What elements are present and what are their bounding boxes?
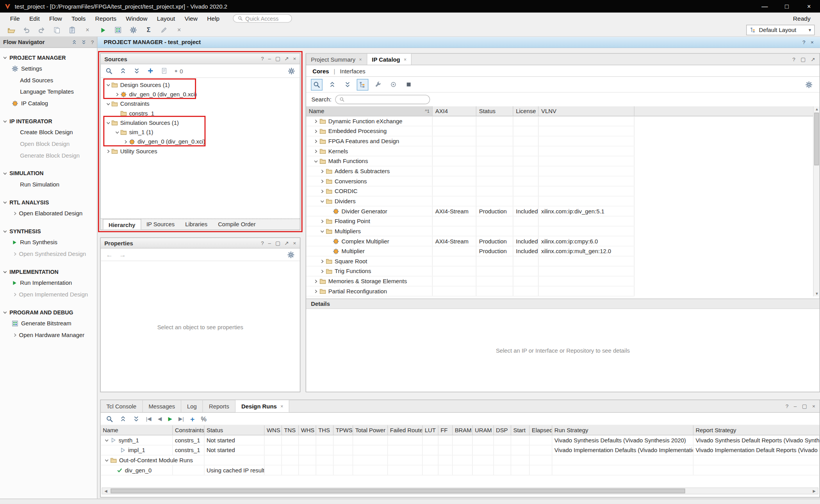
- column-header-start[interactable]: Start: [511, 425, 529, 435]
- percentage-icon[interactable]: %: [201, 415, 206, 422]
- column-header-failed-routes[interactable]: Failed Routes: [388, 425, 422, 435]
- scrollbar-track[interactable]: [110, 488, 811, 494]
- chevron-right-icon[interactable]: [320, 269, 324, 273]
- step-forward-icon[interactable]: ▶|: [178, 416, 184, 422]
- tree-item-div-gen-0[interactable]: div_gen_0 (div_gen_0.xci): [101, 89, 300, 99]
- chevron-right-icon[interactable]: [12, 211, 17, 216]
- help-icon[interactable]: ?: [802, 39, 806, 45]
- ip-category-row[interactable]: Dividers: [306, 196, 635, 206]
- edit-pencil-icon[interactable]: [159, 25, 169, 35]
- column-header-tpws[interactable]: TPWS: [333, 425, 353, 435]
- flownav-item-open-hardware-manager[interactable]: Open Hardware Manager: [0, 329, 97, 341]
- ip-category-row[interactable]: Kernels: [306, 146, 635, 156]
- menu-edit[interactable]: Edit: [25, 15, 45, 21]
- ip-category-row[interactable]: Conversions: [306, 176, 635, 186]
- vertical-scrollbar[interactable]: ▲ ▼: [813, 106, 819, 296]
- help-icon[interactable]: ?: [792, 56, 795, 62]
- run-icon[interactable]: [98, 25, 107, 35]
- collapse-all-icon[interactable]: [326, 79, 338, 91]
- chevron-right-icon[interactable]: [320, 179, 324, 183]
- chevron-right-icon[interactable]: [314, 139, 318, 144]
- chevron-down-icon[interactable]: [3, 55, 7, 60]
- settings-gear-icon[interactable]: [803, 79, 815, 91]
- float-icon[interactable]: ▢: [802, 403, 807, 409]
- menu-tools[interactable]: Tools: [67, 15, 91, 21]
- window-minimize-button[interactable]: —: [754, 0, 776, 12]
- expand-all-icon[interactable]: [133, 415, 140, 422]
- run-row-div-gen-0[interactable]: div_gen_0 Using cached IP results: [101, 465, 820, 476]
- ip-category-row[interactable]: Square Root: [306, 256, 635, 266]
- close-icon[interactable]: ×: [404, 57, 406, 62]
- scroll-left-icon[interactable]: ◀: [102, 488, 110, 494]
- column-header-vlnv[interactable]: VLNV: [538, 106, 635, 116]
- flownav-item-generate-block-design[interactable]: Generate Block Design: [0, 149, 97, 161]
- column-header-uram[interactable]: URAM: [473, 425, 494, 435]
- flownav-item-open-block-design[interactable]: Open Block Design: [0, 138, 97, 150]
- tab-ip-catalog[interactable]: IP Catalog ×: [367, 54, 412, 65]
- open-folder-icon[interactable]: [6, 25, 16, 35]
- flownav-item-ip-catalog[interactable]: IP Catalog: [0, 98, 97, 109]
- minimize-icon[interactable]: –: [794, 403, 797, 409]
- tab-project-summary[interactable]: Project Summary ×: [306, 54, 367, 65]
- flownav-item-run-synthesis[interactable]: Run Synthesis: [0, 236, 97, 248]
- ip-category-row[interactable]: Multipliers: [306, 226, 635, 236]
- chevron-down-icon[interactable]: [106, 82, 111, 87]
- window-close-button[interactable]: ×: [798, 0, 820, 12]
- column-header-status[interactable]: Status: [476, 106, 513, 116]
- ip-category-row[interactable]: Dynamic Function eXchange: [306, 116, 635, 126]
- chevron-right-icon[interactable]: [12, 292, 17, 296]
- quick-access-search[interactable]: Quick Access: [233, 14, 292, 23]
- chevron-down-icon[interactable]: [3, 269, 7, 274]
- expand-all-icon[interactable]: [133, 67, 140, 75]
- tree-item-sim-div-gen-0[interactable]: div_gen_0 (div_gen_0.xci): [101, 137, 300, 146]
- chevron-right-icon[interactable]: [314, 129, 318, 133]
- maximize-icon[interactable]: ↗: [284, 56, 289, 62]
- chevron-down-icon[interactable]: [3, 229, 7, 233]
- chevron-right-icon[interactable]: [115, 92, 119, 97]
- ip-category-row[interactable]: CORDIC: [306, 186, 635, 197]
- tree-item-design-sources[interactable]: Design Sources (1): [101, 80, 300, 89]
- column-header-license[interactable]: License: [513, 106, 539, 116]
- close-icon[interactable]: ×: [811, 39, 814, 45]
- chevron-down-icon[interactable]: [106, 101, 111, 106]
- redo-icon[interactable]: [37, 25, 46, 35]
- ip-category-row[interactable]: Embedded Processing: [306, 126, 635, 137]
- column-header-name[interactable]: Name: [101, 425, 173, 435]
- cancel-icon[interactable]: ×: [175, 25, 184, 35]
- chevron-right-icon[interactable]: [106, 149, 111, 153]
- search-icon[interactable]: [106, 415, 113, 422]
- flownav-item-open-elaborated-design[interactable]: Open Elaborated Design: [0, 208, 97, 219]
- run-row-impl-1[interactable]: impl_1 constrs_1 Not started Vivado Impl…: [101, 445, 820, 456]
- sum-icon[interactable]: Σ: [144, 25, 153, 35]
- column-header-lut[interactable]: LUT: [422, 425, 438, 435]
- chevron-down-icon[interactable]: [320, 199, 324, 203]
- chevron-down-icon[interactable]: [104, 438, 109, 442]
- search-icon[interactable]: [105, 67, 113, 75]
- expand-all-icon[interactable]: [81, 39, 86, 44]
- undo-icon[interactable]: [21, 25, 31, 35]
- column-header-dsp[interactable]: DSP: [494, 425, 512, 435]
- flownav-item-create-block-design[interactable]: Create Block Design: [0, 126, 97, 138]
- close-icon[interactable]: ×: [293, 56, 296, 62]
- column-header-status[interactable]: Status: [205, 425, 265, 435]
- flownav-item-open-synthesized-design[interactable]: Open Synthesized Design: [0, 248, 97, 260]
- chevron-down-icon[interactable]: [314, 159, 318, 163]
- close-icon[interactable]: ×: [359, 57, 362, 62]
- tab-tcl-console[interactable]: Tcl Console: [101, 400, 143, 412]
- tree-item-sim-1[interactable]: sim_1 (1): [101, 128, 300, 137]
- delete-icon[interactable]: ×: [83, 25, 92, 35]
- step-back-icon[interactable]: ◀: [158, 416, 162, 422]
- reset-runs-icon[interactable]: |◀: [146, 416, 152, 422]
- chevron-down-icon[interactable]: [3, 119, 7, 123]
- scrollbar-thumb[interactable]: [814, 113, 819, 165]
- column-header-name[interactable]: Name ^1: [306, 106, 433, 116]
- scrollbar-thumb[interactable]: [111, 488, 685, 493]
- ip-core-row[interactable]: Divider Generator AXI4-Stream Production…: [306, 206, 635, 217]
- chevron-right-icon[interactable]: [12, 332, 17, 337]
- help-icon[interactable]: ?: [786, 403, 789, 409]
- chevron-right-icon[interactable]: [320, 189, 324, 193]
- chevron-down-icon[interactable]: [3, 171, 7, 176]
- flownav-item-open-implemented-design[interactable]: Open Implemented Design: [0, 289, 97, 300]
- scroll-up-icon[interactable]: ▲: [814, 106, 820, 112]
- minimize-icon[interactable]: –: [268, 56, 271, 62]
